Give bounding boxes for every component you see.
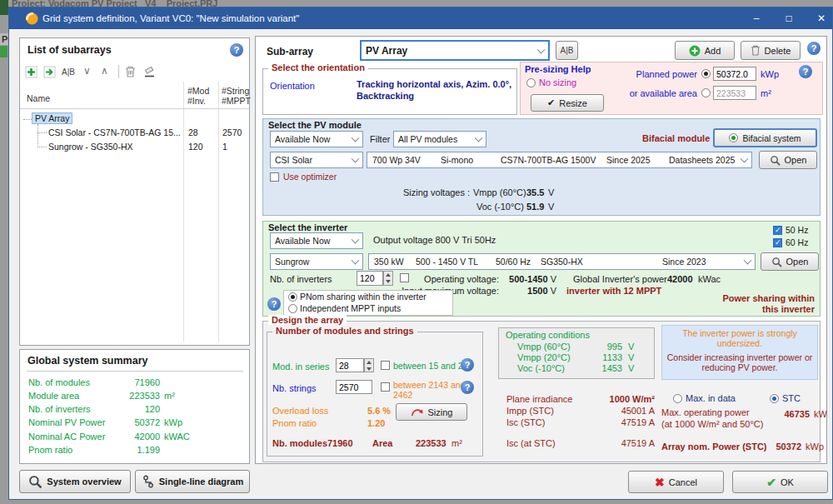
nb-inverters-input[interactable] xyxy=(357,271,383,286)
nb-inverters-checkbox[interactable] xyxy=(400,273,409,282)
pv-manufacturer-select[interactable]: CSI Solar xyxy=(270,152,363,168)
presizing-help-icon[interactable]: ? xyxy=(799,65,812,78)
delete-subarray-button[interactable]: Delete xyxy=(741,41,801,60)
planned-power-input[interactable] xyxy=(713,67,756,81)
inverter-availability-select[interactable]: Available Now xyxy=(270,232,363,249)
delete-label: Delete xyxy=(765,46,791,56)
array-nom-unit: kWp xyxy=(806,442,824,452)
inverter-model-select[interactable]: 350 kW 500 - 1450 V TL 50/60 Hz SG350-HX… xyxy=(368,253,756,270)
pv-availability-select[interactable]: Available Now xyxy=(270,131,363,147)
planned-power-unit: kWp xyxy=(761,69,779,79)
nb-strings-input[interactable] xyxy=(336,380,372,394)
clear-list-icon[interactable] xyxy=(143,66,156,78)
summary-value: 50372 xyxy=(95,417,160,427)
mod-series-help-icon[interactable]: ? xyxy=(461,358,474,372)
pvsyst-logo-icon xyxy=(26,12,38,25)
cancel-button[interactable]: ✖ Cancel xyxy=(628,471,724,493)
inverter-voltage: 500 - 1450 V TL xyxy=(416,257,478,267)
minimize-button[interactable]: – xyxy=(741,7,772,29)
im-value: 1500 xyxy=(527,286,547,296)
system-overview-button[interactable]: System overview xyxy=(19,470,131,493)
pv-filter-select[interactable]: All PV modules xyxy=(393,131,486,147)
duplicate-subarray-icon[interactable] xyxy=(43,66,56,78)
nb-strings-help-icon[interactable]: ? xyxy=(461,381,474,394)
max-power-label-2: (at 1000 W/m² and 50°C) xyxy=(661,419,763,429)
column-mod[interactable]: #Mod xyxy=(187,86,209,96)
single-line-diagram-button[interactable]: Single-line diagram xyxy=(135,470,250,493)
summary-title: Global system summary xyxy=(27,355,148,367)
pv-module-select[interactable]: 700 Wp 34V Si-mono CS7N-700TB-AG 1500V S… xyxy=(367,152,752,168)
tree-line xyxy=(23,119,32,120)
sizing-button[interactable]: Sizing xyxy=(396,403,467,421)
design-array-group: Design the array Number of modules and s… xyxy=(262,321,821,462)
nb-strings-range-checkbox[interactable] xyxy=(381,382,390,392)
rename-subarray-icon[interactable]: A|B xyxy=(62,67,75,77)
operating-conditions-box: Operating conditions Vmpp (60°C) 995 V V… xyxy=(498,327,655,379)
use-optimizer-checkbox[interactable] xyxy=(270,172,279,182)
column-inv[interactable]: #Inv. xyxy=(187,96,206,106)
pnom-sharing-label: PNom sharing within the inverter xyxy=(300,292,426,302)
bifacial-system-button[interactable]: Bifacial system xyxy=(713,128,817,147)
available-area-radio[interactable] xyxy=(701,88,711,97)
tree-item-inverter[interactable]: Sungrow - SG350-HX xyxy=(48,142,133,152)
resize-button[interactable]: ✔ Resize xyxy=(531,94,604,112)
global-power-value: 42000 xyxy=(667,274,693,284)
pv-module-title: Select the PV module xyxy=(268,120,362,130)
inverter-open-button[interactable]: Open xyxy=(761,252,819,271)
available-area-label: or available area xyxy=(604,88,697,98)
independent-mppt-radio[interactable] xyxy=(288,304,297,313)
inverter-manufacturer-select[interactable]: Sungrow xyxy=(270,253,363,270)
inverter-availability-value: Available Now xyxy=(275,236,330,246)
toolbar-divider xyxy=(118,65,119,78)
mod-series-input[interactable] xyxy=(336,358,364,372)
max-in-data-radio[interactable] xyxy=(673,394,682,403)
pnom-sharing-help-icon[interactable]: ? xyxy=(267,297,281,311)
tree-item-module[interactable]: CSI Solar - CS7N-700TB-AG 15... xyxy=(48,127,181,137)
available-area-input[interactable] xyxy=(713,86,756,100)
mod-series-spinner[interactable] xyxy=(364,358,374,372)
subarray-help-icon[interactable]: ? xyxy=(807,42,821,55)
summary-label: Nb. of inverters xyxy=(28,404,91,414)
stc-radio[interactable] xyxy=(770,394,779,403)
tree-line xyxy=(37,132,47,133)
chevron-down-icon xyxy=(475,134,483,142)
add-subarray-icon[interactable] xyxy=(25,66,37,78)
oc-label: Vmpp (20°C) xyxy=(517,352,571,362)
summary-value: 120 xyxy=(95,404,160,414)
delete-subarray-icon[interactable] xyxy=(125,66,136,77)
inverter-section: Select the inverter Available Now Output… xyxy=(262,221,821,317)
summary-label: Nominal PV Power xyxy=(28,417,105,427)
available-area-unit: m² xyxy=(761,88,771,98)
voc-label: Voc (-10°C) xyxy=(476,202,524,212)
close-button[interactable]: ✕ xyxy=(806,7,833,29)
mod-series-range-checkbox[interactable] xyxy=(381,361,390,370)
rename-subarray-button[interactable]: A|B xyxy=(556,41,578,60)
impp-value: 45001 A xyxy=(571,406,655,416)
column-string[interactable]: #String xyxy=(222,86,249,96)
pv-open-button[interactable]: Open xyxy=(759,151,817,169)
ok-check-icon: ✔ xyxy=(766,476,776,489)
planned-power-radio[interactable] xyxy=(701,69,711,78)
subarray-select[interactable]: PV Array xyxy=(360,40,550,61)
grid-system-dialog: Grid system definition, Variant VC0: "Ne… xyxy=(8,7,833,500)
single-line-diagram-label: Single-line diagram xyxy=(159,477,243,487)
freq-60hz-checkbox[interactable] xyxy=(773,238,782,247)
nb-strings-label: Nb. strings xyxy=(272,383,317,393)
tree-root-pv-array[interactable]: PV Array xyxy=(32,113,72,123)
impp-label: Impp (STC) xyxy=(506,406,554,416)
no-sizing-radio[interactable] xyxy=(526,78,536,87)
nb-inverters-spinner[interactable] xyxy=(383,271,393,286)
subarrays-help-icon[interactable]: ? xyxy=(230,43,243,57)
max-in-data-label: Max. in data xyxy=(686,393,736,403)
pnom-sharing-radio[interactable] xyxy=(288,292,297,302)
ok-button[interactable]: ✔ OK xyxy=(732,471,828,493)
maximize-button[interactable]: □ xyxy=(773,7,805,29)
freq-50hz-checkbox[interactable] xyxy=(773,226,782,235)
move-up-icon[interactable]: ∧ xyxy=(101,65,108,77)
move-down-icon[interactable]: ∨ xyxy=(83,65,91,77)
dialog-titlebar[interactable]: Grid system definition, Variant VC0: "Ne… xyxy=(9,7,832,29)
add-subarray-button[interactable]: Add xyxy=(675,41,735,60)
chevron-down-icon xyxy=(352,257,360,265)
column-mppt[interactable]: #MPPT xyxy=(222,96,251,106)
column-name[interactable]: Name xyxy=(27,93,50,103)
